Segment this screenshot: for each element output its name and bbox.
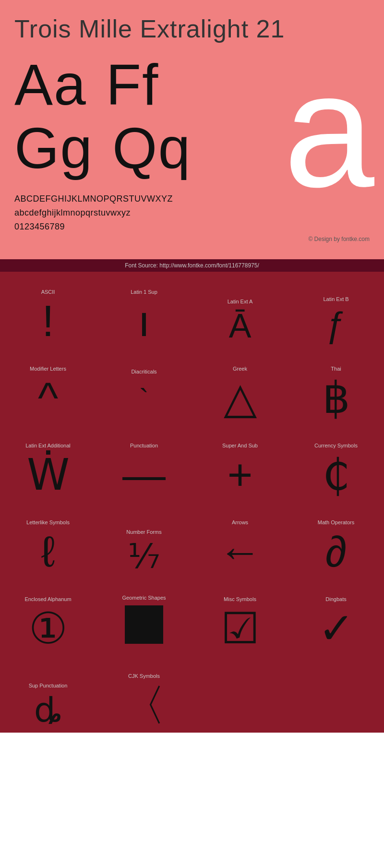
label-misc: Misc Symbols [224, 596, 256, 602]
glyph-cell-letterlike: Letterlike Symbols ℓ [0, 502, 96, 579]
glyph-char-dingbats: ✓ [318, 607, 354, 650]
label-superandsub: Super And Sub [222, 443, 258, 448]
label-thai: Thai [331, 366, 341, 372]
glyph-char-letterlike: ℓ [41, 530, 55, 573]
pair-row-2: Gg Qq [14, 116, 191, 180]
glyph-char-arrows: ← [218, 530, 262, 573]
glyphs-section: ASCII ! Latin 1 Sup ı Latin Ext A Ā Lati… [0, 272, 384, 733]
glyph-cell-enclosed: Enclosed Alphanum ① [0, 579, 96, 656]
glyph-char-superandsub: + [228, 453, 253, 496]
glyph-cell-dingbats: Dingbats ✓ [288, 579, 384, 656]
glyph-cell-misc: Misc Symbols ☑ [192, 579, 288, 656]
glyph-char-diacriticals: ` [139, 379, 149, 420]
black-square [125, 605, 163, 644]
glyph-cell-diacriticals: Diacriticals ` [96, 349, 192, 425]
glyph-cell-empty1 [192, 656, 288, 733]
glyph-char-mathops: ∂ [325, 530, 347, 573]
label-greek: Greek [233, 366, 247, 372]
glyph-char-cjk: 〈 [122, 684, 166, 727]
label-diacriticals: Diacriticals [131, 369, 156, 374]
glyph-char-ascii: ! [42, 300, 54, 343]
label-currency: Currency Symbols [314, 443, 358, 448]
specimen-pair-qq: Qq [112, 116, 191, 180]
source-line: Font Source: http://www.fontke.com/font/… [0, 259, 384, 272]
glyph-cell-modifier: Modifier Letters ^ [0, 349, 96, 425]
label-enclosed: Enclosed Alphanum [24, 596, 71, 602]
glyph-cell-ascii: ASCII ! [0, 272, 96, 349]
glyph-grid: ASCII ! Latin 1 Sup ı Latin Ext A Ā Lati… [0, 272, 384, 733]
glyph-cell-numberforms: Number Forms ⅐ [96, 502, 192, 579]
glyph-char-currency: ₵ [323, 453, 350, 496]
specimen-pairs: Aa Ff Gg Qq [14, 53, 191, 180]
glyph-cell-superandsub: Super And Sub + [192, 425, 288, 502]
glyph-cell-mathops: Math Operators ∂ [288, 502, 384, 579]
glyph-cell-geometric: Geometric Shapes [96, 579, 192, 656]
label-mathops: Math Operators [318, 519, 354, 525]
glyph-char-suppunct: ȡ [34, 693, 62, 727]
glyph-char-latinextadd: Ẇ [27, 453, 70, 496]
top-section: Trois Mille Extralight 21 Aa Ff Gg Qq a … [0, 0, 384, 259]
glyph-char-modifier: ^ [38, 376, 58, 420]
label-ascii: ASCII [41, 289, 55, 295]
specimen-pair-ff: Ff [106, 53, 159, 116]
glyph-char-latinextb: ƒ [326, 307, 346, 343]
digits: 0123456789 [14, 220, 370, 234]
glyph-cell-latin1sup: Latin 1 Sup ı [96, 272, 192, 349]
glyph-char-enclosed: ① [29, 607, 68, 650]
glyph-cell-thai: Thai ฿ [288, 349, 384, 425]
label-cjk: CJK Symbols [128, 673, 160, 679]
label-numberforms: Number Forms [126, 529, 161, 535]
glyph-cell-latinextadd: Latin Ext Additional Ẇ [0, 425, 96, 502]
glyph-char-latinexta: Ā [229, 309, 252, 343]
big-char: a [284, 48, 374, 211]
label-arrows: Arrows [232, 519, 248, 525]
glyph-cell-arrows: Arrows ← [192, 502, 288, 579]
label-letterlike: Letterlike Symbols [26, 519, 70, 525]
glyph-char-numberforms: ⅐ [128, 540, 160, 573]
pair-row-1: Aa Ff [14, 53, 191, 116]
specimen-pair-aa: Aa [14, 53, 87, 116]
glyph-cell-latinextb: Latin Ext B ƒ [288, 272, 384, 349]
label-geometric: Geometric Shapes [122, 595, 166, 601]
glyph-cell-currency: Currency Symbols ₵ [288, 425, 384, 502]
label-modifier: Modifier Letters [30, 366, 66, 372]
specimen-large: Aa Ff Gg Qq a [14, 53, 370, 187]
label-latin1sup: Latin 1 Sup [131, 289, 157, 295]
glyph-char-greek: △ [224, 376, 257, 420]
glyph-cell-cjk: CJK Symbols 〈 [96, 656, 192, 733]
glyph-cell-suppunct: Sup Punctuation ȡ [0, 656, 96, 733]
label-dingbats: Dingbats [325, 596, 346, 602]
label-punctuation: Punctuation [130, 443, 158, 448]
label-suppunct: Sup Punctuation [29, 683, 68, 688]
glyph-cell-greek: Greek △ [192, 349, 288, 425]
glyph-char-latin1sup: ı [138, 300, 150, 343]
glyph-cell-latinexta: Latin Ext A Ā [192, 272, 288, 349]
glyph-char-geometric [125, 605, 163, 650]
label-latinextb: Latin Ext B [323, 296, 348, 302]
label-latinexta: Latin Ext A [228, 299, 253, 304]
glyph-char-thai: ฿ [323, 376, 350, 420]
glyph-cell-punctuation: Punctuation — [96, 425, 192, 502]
copyright: © Design by fontke.com [14, 236, 370, 242]
label-latinextadd: Latin Ext Additional [25, 443, 71, 448]
specimen-pair-gg: Gg [14, 116, 93, 180]
glyph-char-punctuation: — [122, 453, 166, 496]
glyph-char-misc: ☑ [221, 607, 260, 650]
glyph-cell-empty2 [288, 656, 384, 733]
